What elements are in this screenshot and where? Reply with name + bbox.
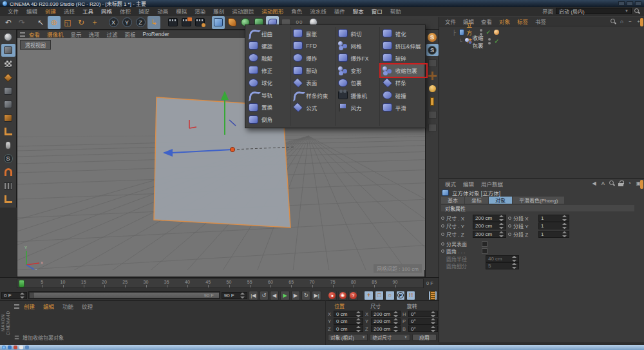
menu-item-11[interactable]: 雕刻: [209, 7, 228, 15]
render-picture-viewer-button[interactable]: [180, 16, 193, 29]
previous-frame-button[interactable]: ◀: [270, 291, 279, 300]
taskbar-app-icon[interactable]: [8, 345, 12, 349]
deformer-item-ffd[interactable]: FFD: [291, 39, 334, 52]
tweak-mode-button[interactable]: [426, 57, 439, 69]
maximize-button[interactable]: [627, 1, 633, 6]
phong-tag-icon[interactable]: [494, 30, 499, 35]
deformer-item-bulge[interactable]: 膨胀: [291, 27, 334, 39]
play-forward-button[interactable]: ▶: [280, 291, 289, 300]
menu-item-0[interactable]: 文件: [4, 7, 23, 15]
deformer-item-squash-stretch[interactable]: 挤压&伸展: [381, 39, 424, 52]
viewport-tweak-button[interactable]: [1, 139, 15, 151]
spinner-icon[interactable]: [431, 311, 435, 317]
search-icon[interactable]: [609, 180, 615, 186]
model-mode-button[interactable]: [1, 44, 15, 57]
home-icon[interactable]: ⌂: [619, 19, 625, 24]
add-primitive-button[interactable]: [212, 16, 225, 29]
material-tab-item-1[interactable]: 编辑: [39, 302, 58, 310]
key-scale-toggle[interactable]: □: [375, 291, 384, 300]
move-tool[interactable]: ⊕: [48, 16, 61, 29]
deformer-item-collision[interactable]: 碰撞: [381, 89, 424, 101]
object-name[interactable]: 收缩包裹: [473, 34, 486, 49]
tab-0[interactable]: 基本: [441, 197, 464, 204]
attribute-menu-item-2[interactable]: 用户数据: [478, 180, 506, 188]
coordinate-field[interactable]: 0 cm: [334, 318, 363, 325]
menu-item-3[interactable]: 选择: [60, 7, 79, 15]
workplane-button[interactable]: [426, 95, 439, 108]
key-rotation-toggle[interactable]: ○: [385, 291, 394, 300]
locked-workplane-button[interactable]: [426, 108, 439, 121]
live-selection-tool[interactable]: ↖: [34, 16, 47, 29]
spinner-icon[interactable]: [562, 223, 567, 229]
spinner-icon[interactable]: [240, 293, 245, 298]
viewport-menu-item-4[interactable]: 过滤: [104, 30, 121, 38]
object-manager-scrollbar[interactable]: [640, 18, 643, 26]
add-spline-button[interactable]: [225, 16, 238, 29]
spinner-icon[interactable]: [562, 231, 567, 237]
spinner-icon[interactable]: [20, 293, 24, 298]
object-menu-item-4[interactable]: 标签: [514, 17, 531, 25]
axis-crosshair-button[interactable]: [426, 70, 439, 82]
panel-menu-icon[interactable]: [14, 304, 19, 309]
enable-snap-button[interactable]: [1, 166, 15, 179]
autokeying-button[interactable]: ◉: [338, 291, 347, 300]
deformer-item-correction[interactable]: 修正: [247, 64, 289, 76]
panel-menu-icon[interactable]: [20, 32, 25, 37]
menu-item-17[interactable]: 脚本: [349, 7, 368, 15]
last-used-tool[interactable]: +: [88, 16, 101, 29]
viewport-menu-item-6[interactable]: ProRender: [140, 31, 173, 37]
menu-item-14[interactable]: 角色: [287, 7, 306, 15]
enable-axis-button[interactable]: [1, 125, 15, 138]
keyframe-dot-icon[interactable]: [508, 217, 511, 220]
menu-item-5[interactable]: 网格: [97, 7, 116, 15]
redo-button[interactable]: ↷: [15, 16, 28, 29]
points-mode-button[interactable]: [1, 84, 15, 97]
render-view-button[interactable]: [166, 16, 179, 29]
spinner-icon[interactable]: [393, 326, 398, 332]
keyframe-dot-icon[interactable]: [441, 217, 444, 220]
checkbox[interactable]: [482, 241, 488, 247]
rotate-tool[interactable]: ↻: [75, 16, 88, 29]
object-menu-item-2[interactable]: 查看: [478, 17, 495, 25]
attribute-menu-item-1[interactable]: 编辑: [460, 180, 477, 188]
viewport-menu-item-5[interactable]: 面板: [122, 30, 139, 38]
lock-icon[interactable]: [618, 180, 623, 186]
menu-item-19[interactable]: 帮助: [386, 7, 405, 15]
planar-workplane-button[interactable]: [426, 121, 439, 133]
coordinate-field[interactable]: 200 cm: [371, 326, 401, 332]
menu-item-1[interactable]: 编辑: [23, 7, 41, 15]
enabled-check-icon[interactable]: ✓: [486, 29, 491, 35]
menu-item-15[interactable]: 流水线: [306, 7, 330, 15]
deformer-item-surface[interactable]: 表面: [291, 77, 334, 89]
record-active-objects-button[interactable]: ●: [328, 291, 337, 300]
deformer-item-bevel[interactable]: 倒角: [247, 113, 289, 126]
deformer-item-formula[interactable]: 公式: [291, 101, 334, 113]
spinner-icon[interactable]: [499, 223, 504, 229]
deformer-item-spline[interactable]: 样条: [381, 77, 424, 89]
viewport-menu-item-1[interactable]: 摄像机: [44, 30, 67, 38]
timeline-ruler[interactable]: 51015202530354045505560657075808590: [17, 278, 424, 288]
size-field[interactable]: 200 cm: [473, 215, 506, 222]
taskbar-app-icon[interactable]: [19, 345, 23, 349]
deformer-item-morph[interactable]: 变形: [336, 64, 379, 77]
spinner-icon[interactable]: [431, 318, 435, 324]
range-bar[interactable]: 90 F: [30, 293, 218, 298]
attribute-menu-item-0[interactable]: 模式: [442, 180, 459, 188]
axis-locate-button[interactable]: [1, 193, 15, 206]
menu-item-10[interactable]: 渲染: [191, 7, 209, 15]
object-menu-item-0[interactable]: 文件: [442, 17, 459, 25]
history-icon[interactable]: ◔: [627, 180, 632, 186]
segments-field[interactable]: 1: [538, 231, 569, 238]
menu-item-7[interactable]: 捕捉: [135, 7, 153, 15]
size-field[interactable]: 200 cm: [473, 231, 506, 238]
deformer-item-smoothing[interactable]: 平滑: [381, 101, 424, 113]
coordinate-field[interactable]: 0 cm: [334, 326, 363, 332]
end-frame-field[interactable]: 90 F: [222, 292, 247, 299]
deformer-item-rail[interactable]: 导轨: [247, 89, 289, 101]
solo-single-button[interactable]: S: [426, 44, 439, 56]
deformer-item-shrink-wrap[interactable]: 收缩包裹: [381, 64, 424, 77]
viewport-menu-item-2[interactable]: 显示: [68, 30, 85, 38]
start-button[interactable]: [2, 345, 6, 349]
render-settings-button[interactable]: [193, 16, 206, 29]
coordinate-field[interactable]: 0°: [408, 326, 438, 332]
